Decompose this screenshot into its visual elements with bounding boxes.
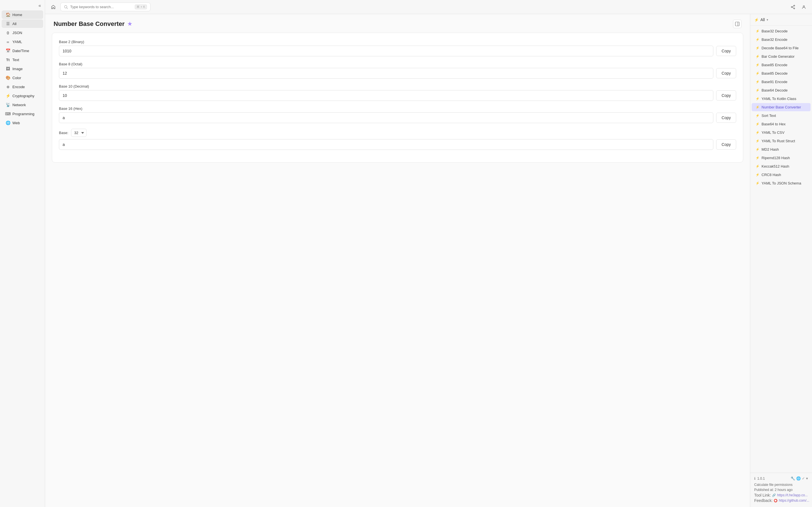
sidebar-item-label: YAML (12, 40, 22, 44)
rp-item-base85-decode[interactable]: ⚡ Base85 Decode (752, 69, 811, 77)
chevron-down-icon[interactable]: ▾ (806, 476, 808, 481)
sidebar-item-json[interactable]: {} JSON (2, 29, 43, 37)
tool-panel: Number Base Converter ★ Base 2 (Binary) (45, 14, 750, 507)
share-button[interactable] (789, 3, 797, 11)
sidebar-item-home[interactable]: 🏠 Home (2, 10, 43, 19)
feedback-icon: ⭕ (774, 499, 777, 503)
check-icon[interactable]: ✓ (802, 476, 805, 481)
base-selector-row: Base: 32 2 4 8 10 16 64 (59, 129, 736, 137)
sidebar-item-color[interactable]: 🎨 Color (2, 73, 43, 82)
sidebar-item-image[interactable]: 🖼 Image (2, 64, 43, 73)
cryptography-icon: ⚡ (6, 94, 10, 98)
filter-label: All (760, 17, 765, 22)
rp-item-ripemd128-hash[interactable]: ⚡ Ripemd128 Hash (752, 154, 811, 162)
rp-item-base32-encode[interactable]: ⚡ Base32 Encode (752, 36, 811, 44)
rp-item-yaml-csv[interactable]: ⚡ YAML To CSV (752, 128, 811, 136)
rp-tool-icon: ⚡ (756, 38, 760, 42)
sidebar-item-label: Image (12, 67, 22, 71)
rp-item-keccak512-hash[interactable]: ⚡ Keccak512 Hash (752, 162, 811, 170)
globe-icon[interactable]: 🌐 (796, 476, 801, 481)
rp-item-label: Base91 Encode (762, 80, 788, 84)
page-title: Number Base Converter (54, 20, 124, 27)
favorite-button[interactable]: ★ (128, 21, 132, 27)
search-bar: ⌘ + K (60, 3, 151, 11)
sidebar-item-label: Date/Time (12, 49, 29, 53)
hex-copy-button[interactable]: Copy (716, 113, 736, 123)
sidebar-item-label: JSON (12, 31, 22, 35)
rp-item-decode-base64-file[interactable]: ⚡ Decode Base64 to File (752, 44, 811, 52)
rp-tool-icon: ⚡ (756, 63, 760, 67)
rp-item-sort-text[interactable]: ⚡ Sort Text (752, 112, 811, 120)
rp-item-base32-decode[interactable]: ⚡ Base32 Decode (752, 27, 811, 35)
rp-tool-icon: ⚡ (756, 114, 760, 118)
main-area: ⌘ + K (45, 0, 812, 507)
sidebar-item-programming[interactable]: ⌨ Programming (2, 110, 43, 118)
rp-item-label: Keccak512 Hash (762, 164, 789, 168)
decimal-copy-button[interactable]: Copy (716, 91, 736, 101)
sidebar-item-yaml[interactable]: ⚌ YAML (2, 38, 43, 46)
feedback-link[interactable]: https://github.com/... (779, 499, 809, 503)
rp-tool-icon: ⚡ (756, 131, 760, 135)
filter-dropdown[interactable]: ⚡ All ▾ (754, 17, 768, 22)
version-number: 1.0.1 (757, 476, 765, 481)
rp-item-label: Sort Text (762, 114, 776, 118)
hex-input[interactable] (59, 112, 713, 123)
external-link-icon: 🔗 (772, 494, 776, 497)
account-button[interactable] (800, 3, 808, 11)
sidebar-item-network[interactable]: 📡 Network (2, 101, 43, 109)
chevron-down-icon: ▾ (767, 18, 768, 22)
rp-tool-icon: ⚡ (756, 181, 760, 185)
rp-item-base91-encode[interactable]: ⚡ Base91 Encode (752, 78, 811, 86)
sidebar-header: « (0, 2, 45, 10)
sidebar-item-cryptography[interactable]: ⚡ Cryptography (2, 92, 43, 100)
svg-line-6 (792, 7, 794, 8)
wrench-icon[interactable]: 🔧 (791, 476, 795, 481)
rp-tool-icon: ⚡ (756, 105, 760, 109)
rp-item-label: Bar Code Generator (762, 54, 795, 59)
rp-item-base64-hex[interactable]: ⚡ Base64 to Hex (752, 120, 811, 128)
custom-base-field-group: Base: 32 2 4 8 10 16 64 Copy (59, 129, 736, 150)
rp-item-yaml-kotlin[interactable]: ⚡ YAML To Kotlin Class (752, 95, 811, 103)
rp-item-base85-encode[interactable]: ⚡ Base85 Encode (752, 61, 811, 69)
custom-base-input[interactable] (59, 139, 713, 150)
network-icon: 📡 (6, 103, 10, 107)
sidebar-item-text[interactable]: Tt Text (2, 55, 43, 64)
sidebar-item-web[interactable]: 🌐 Web (2, 119, 43, 127)
rp-item-barcode-gen[interactable]: ⚡ Bar Code Generator (752, 52, 811, 61)
rp-item-number-base-converter[interactable]: ⚡ Number Base Converter (752, 103, 811, 111)
feedback-row: Feedback: ⭕ https://github.com/... (754, 498, 808, 503)
rp-item-base64-decode[interactable]: ⚡ Base64 Decode (752, 86, 811, 94)
sidebar-item-all[interactable]: ☰ All (2, 19, 43, 28)
binary-copy-button[interactable]: Copy (716, 46, 736, 56)
rp-item-crc8-hash[interactable]: ⚡ CRC8 Hash (752, 171, 811, 179)
custom-copy-button[interactable]: Copy (716, 139, 736, 150)
sidebar-item-label: Text (12, 58, 19, 62)
search-input[interactable] (70, 5, 133, 9)
panel-toggle-button[interactable] (733, 20, 742, 28)
sidebar-item-encode[interactable]: ⊕ Encode (2, 82, 43, 91)
rp-item-label: Ripemd128 Hash (762, 156, 790, 160)
rp-item-yaml-json-schema[interactable]: ⚡ YAML To JSON Schema (752, 179, 811, 187)
bottom-panel: ℹ 1.0.1 🔧 🌐 ✓ ▾ Calculate file permissio… (750, 473, 812, 507)
collapse-sidebar-button[interactable]: « (38, 3, 42, 8)
rp-item-label: Base64 to Hex (762, 122, 785, 126)
svg-line-1 (67, 8, 68, 9)
rp-tool-icon: ⚡ (756, 156, 760, 160)
home-button[interactable] (49, 3, 57, 11)
rp-tool-icon: ⚡ (756, 97, 760, 101)
tool-link[interactable]: https://t.he3app.co... (777, 493, 808, 497)
sidebar-item-label: Encode (12, 85, 25, 89)
rp-item-md2-hash[interactable]: ⚡ MD2 Hash (752, 145, 811, 154)
rp-item-label: YAML To CSV (762, 130, 784, 135)
sidebar-item-label: Programming (12, 112, 35, 116)
decimal-input[interactable] (59, 90, 713, 101)
search-shortcut: ⌘ + K (135, 4, 147, 9)
sidebar-item-datetime[interactable]: 📅 Date/Time (2, 47, 43, 55)
octal-copy-button[interactable]: Copy (716, 68, 736, 78)
tool-header: Number Base Converter ★ (45, 14, 750, 33)
octal-input[interactable] (59, 68, 713, 78)
rp-item-yaml-rust[interactable]: ⚡ YAML To Rust Struct (752, 137, 811, 145)
binary-input[interactable] (59, 46, 713, 56)
base-select[interactable]: 32 2 4 8 10 16 64 (71, 129, 87, 137)
svg-rect-8 (735, 22, 739, 26)
